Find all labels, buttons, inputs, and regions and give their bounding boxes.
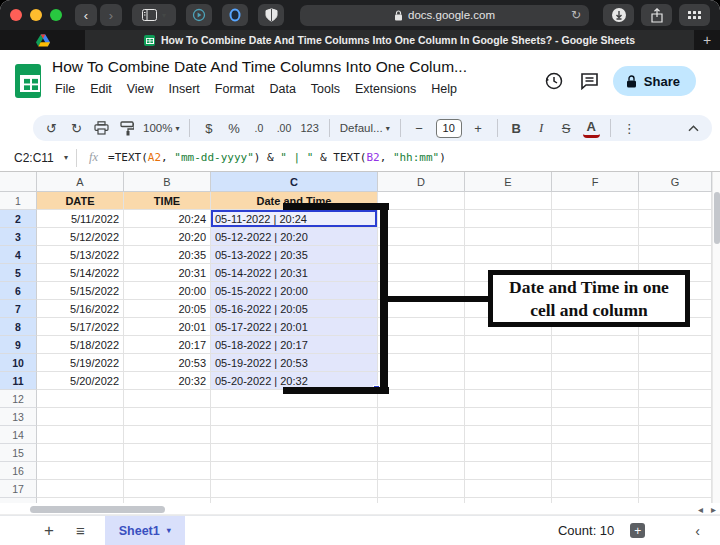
cell-F8[interactable] xyxy=(552,318,639,336)
cell-E17[interactable] xyxy=(465,480,552,498)
menu-data[interactable]: Data xyxy=(266,81,298,97)
cell-G3[interactable] xyxy=(639,228,712,246)
cell-G12[interactable] xyxy=(639,390,712,408)
cell-C15[interactable] xyxy=(211,444,378,462)
cell-B17[interactable] xyxy=(124,480,211,498)
cell-E9[interactable] xyxy=(465,336,552,354)
cell-G7[interactable] xyxy=(639,300,712,318)
cell-A14[interactable] xyxy=(37,426,124,444)
extension-oval-button[interactable] xyxy=(222,4,248,26)
more-formats-button[interactable]: 123 xyxy=(300,118,318,138)
font-family-control[interactable]: Defaul... ▾ xyxy=(340,122,390,134)
share-page-button[interactable] xyxy=(641,4,672,26)
cell-F12[interactable] xyxy=(552,390,639,408)
fullscreen-window-button[interactable] xyxy=(50,9,62,21)
cell-D9[interactable] xyxy=(378,336,465,354)
cell-E4[interactable] xyxy=(465,246,552,264)
row-header-1[interactable]: 1 xyxy=(0,192,37,210)
column-header-D[interactable]: D xyxy=(378,172,465,192)
cell-F5[interactable] xyxy=(552,264,639,282)
cell-F15[interactable] xyxy=(552,444,639,462)
bold-button[interactable]: B xyxy=(508,118,525,138)
hide-menus-button[interactable] xyxy=(685,118,702,138)
cell-A13[interactable] xyxy=(37,408,124,426)
cell-A8[interactable]: 5/17/2022 xyxy=(37,318,124,336)
italic-button[interactable]: I xyxy=(533,118,550,138)
menu-tools[interactable]: Tools xyxy=(308,81,343,97)
vertical-scrollbar[interactable] xyxy=(712,172,720,503)
print-button[interactable] xyxy=(93,118,110,138)
cell-C9[interactable]: 05-18-2022 | 20:17 xyxy=(211,336,378,354)
cell-D11[interactable] xyxy=(378,372,465,390)
column-header-C[interactable]: C xyxy=(211,172,378,192)
extension-shield-button[interactable] xyxy=(258,4,284,26)
font-size-input[interactable]: 10 xyxy=(436,119,462,138)
row-header-9[interactable]: 9 xyxy=(0,336,37,354)
cell-B15[interactable] xyxy=(124,444,211,462)
name-box[interactable]: C2:C11 ▾ xyxy=(0,151,76,165)
cell-D14[interactable] xyxy=(378,426,465,444)
url-field[interactable]: docs.google.com ↻ xyxy=(300,5,589,26)
cell-A7[interactable]: 5/16/2022 xyxy=(37,300,124,318)
cell-D1[interactable] xyxy=(378,192,465,210)
overlay-add-icon[interactable]: + xyxy=(630,523,645,538)
cell-E15[interactable] xyxy=(465,444,552,462)
horizontal-scrollbar[interactable]: ◂ ▸ xyxy=(0,503,720,515)
cell-F13[interactable] xyxy=(552,408,639,426)
cell-G13[interactable] xyxy=(639,408,712,426)
cell-C12[interactable] xyxy=(211,390,378,408)
sheet-tab-sheet1[interactable]: Sheet1 ▾ xyxy=(105,516,185,545)
cell-C1[interactable]: Date and Time xyxy=(211,192,378,210)
document-title[interactable]: How To Combine Date And Time Columns Int… xyxy=(52,58,467,76)
minimize-window-button[interactable] xyxy=(30,9,42,21)
cell-B11[interactable]: 20:32 xyxy=(124,372,211,390)
select-all-corner[interactable] xyxy=(0,172,37,192)
version-history-button[interactable] xyxy=(541,68,567,94)
row-header-13[interactable]: 13 xyxy=(0,408,37,426)
menu-insert[interactable]: Insert xyxy=(166,81,203,97)
cell-F4[interactable] xyxy=(552,246,639,264)
cell-B14[interactable] xyxy=(124,426,211,444)
cell-B10[interactable]: 20:53 xyxy=(124,354,211,372)
cell-A2[interactable]: 5/11/2022 xyxy=(37,210,124,228)
new-tab-button[interactable]: + xyxy=(694,30,720,50)
cell-D3[interactable] xyxy=(378,228,465,246)
cell-E7[interactable] xyxy=(465,300,552,318)
cell-F17[interactable] xyxy=(552,480,639,498)
cell-E2[interactable] xyxy=(465,210,552,228)
share-button[interactable]: Share xyxy=(613,66,696,96)
cell-G9[interactable] xyxy=(639,336,712,354)
row-header-8[interactable]: 8 xyxy=(0,318,37,336)
row-header-15[interactable]: 15 xyxy=(0,444,37,462)
forward-button[interactable]: › xyxy=(100,4,122,26)
active-tab[interactable]: How To Combine Date And Time Columns Int… xyxy=(85,30,694,50)
cell-A15[interactable] xyxy=(37,444,124,462)
cell-G4[interactable] xyxy=(639,246,712,264)
scroll-right-icon[interactable]: ▸ xyxy=(711,504,716,515)
all-sheets-button[interactable]: ≡ xyxy=(76,522,85,539)
increase-decimal-button[interactable]: .00 xyxy=(275,118,292,138)
cell-A11[interactable]: 5/20/2022 xyxy=(37,372,124,390)
row-header-12[interactable]: 12 xyxy=(0,390,37,408)
row-header-11[interactable]: 11 xyxy=(0,372,37,390)
cell-A16[interactable] xyxy=(37,462,124,480)
cell-E10[interactable] xyxy=(465,354,552,372)
cell-G6[interactable] xyxy=(639,282,712,300)
row-header-14[interactable]: 14 xyxy=(0,426,37,444)
menu-extensions[interactable]: Extensions xyxy=(352,81,419,97)
cell-F1[interactable] xyxy=(552,192,639,210)
cell-C3[interactable]: 05-12-2022 | 20:20 xyxy=(211,228,378,246)
cell-G10[interactable] xyxy=(639,354,712,372)
cell-D13[interactable] xyxy=(378,408,465,426)
cell-B12[interactable] xyxy=(124,390,211,408)
row-header-6[interactable]: 6 xyxy=(0,282,37,300)
cell-F6[interactable] xyxy=(552,282,639,300)
cell-B2[interactable]: 20:24 xyxy=(124,210,211,228)
cell-C2[interactable]: 05-11-2022 | 20:24 xyxy=(211,210,378,228)
close-window-button[interactable] xyxy=(10,9,22,21)
column-header-B[interactable]: B xyxy=(124,172,211,192)
google-sheets-logo[interactable] xyxy=(15,64,41,98)
cell-E13[interactable] xyxy=(465,408,552,426)
count-summary[interactable]: Count: 10 xyxy=(558,523,614,538)
cell-E8[interactable] xyxy=(465,318,552,336)
